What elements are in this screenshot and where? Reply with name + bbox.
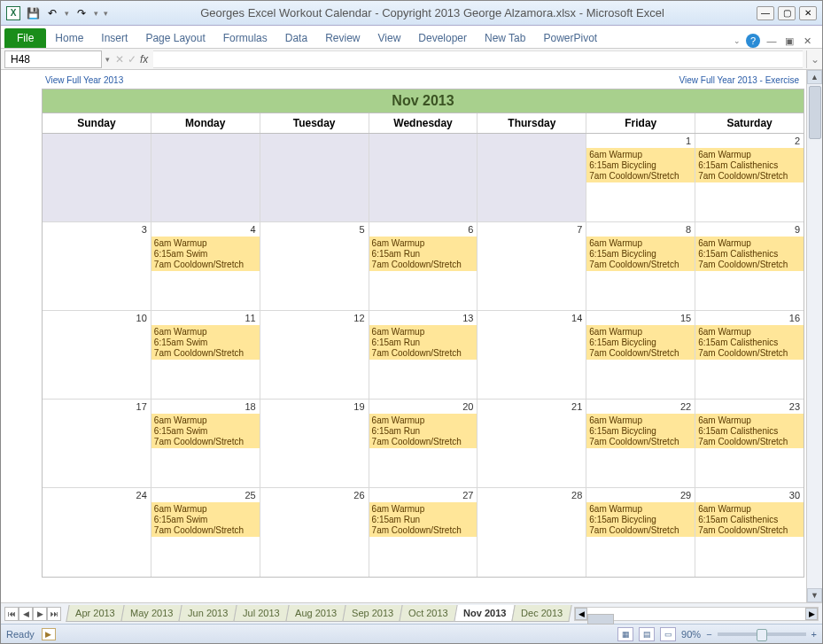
- calendar-cell[interactable]: 136am Warmup6:15am Run7am Cooldown/Stret…: [369, 311, 478, 399]
- calendar-cell-blank[interactable]: [369, 134, 478, 221]
- link-view-full-year-exercise[interactable]: View Full Year 2013 - Exercise: [679, 75, 799, 85]
- event-block[interactable]: 6am Warmup6:15am Bicycling7am Cooldown/S…: [586, 148, 695, 182]
- calendar-cell[interactable]: 186am Warmup6:15am Swim7am Cooldown/Stre…: [151, 400, 260, 487]
- ribbon-tab-new-tab[interactable]: New Tab: [476, 28, 534, 48]
- sheet-tab-aug-2013[interactable]: Aug 2013: [285, 605, 346, 622]
- calendar-cell-blank[interactable]: [43, 134, 151, 221]
- event-block[interactable]: 6am Warmup6:15am Run7am Cooldown/Stretch: [369, 237, 477, 271]
- sheet-tab-may-2013[interactable]: May 2013: [120, 605, 182, 622]
- view-page-break-icon[interactable]: ▭: [660, 627, 676, 641]
- calendar-cell[interactable]: 156am Warmup6:15am Bicycling7am Cooldown…: [586, 311, 695, 399]
- event-block[interactable]: 6am Warmup6:15am Swim7am Cooldown/Stretc…: [151, 237, 260, 271]
- calendar-cell[interactable]: 96am Warmup6:15am Calisthenics7am Cooldo…: [695, 222, 804, 310]
- event-block[interactable]: 6am Warmup6:15am Run7am Cooldown/Stretch: [369, 414, 477, 448]
- calendar-cell-blank[interactable]: [151, 134, 260, 221]
- close-button[interactable]: ✕: [799, 6, 817, 20]
- zoom-out-icon[interactable]: −: [706, 629, 711, 640]
- zoom-slider[interactable]: [718, 632, 806, 636]
- sheet-area[interactable]: View Full Year 2013 View Full Year 2013 …: [1, 70, 806, 602]
- event-block[interactable]: 6am Warmup6:15am Swim7am Cooldown/Stretc…: [151, 502, 260, 537]
- zoom-in-icon[interactable]: +: [811, 629, 817, 640]
- formula-bar-expand-icon[interactable]: ⌄: [806, 50, 822, 68]
- hscroll-thumb[interactable]: [587, 614, 614, 625]
- undo-more-icon[interactable]: ▾: [65, 9, 69, 18]
- ribbon-minimize-icon[interactable]: ⌄: [734, 36, 741, 45]
- ribbon-tab-insert[interactable]: Insert: [92, 28, 136, 48]
- calendar-cell-blank[interactable]: [260, 134, 369, 221]
- calendar-cell[interactable]: 26am Warmup6:15am Calisthenics7am Cooldo…: [695, 134, 804, 221]
- event-block[interactable]: 6am Warmup6:15am Swim7am Cooldown/Stretc…: [151, 414, 260, 448]
- calendar-cell[interactable]: 3: [43, 222, 151, 310]
- horizontal-scrollbar[interactable]: ◀ ▶: [574, 607, 819, 621]
- redo-more-icon[interactable]: ▾: [94, 9, 98, 18]
- event-block[interactable]: 6am Warmup6:15am Calisthenics7am Cooldow…: [695, 325, 804, 360]
- calendar-cell[interactable]: 296am Warmup6:15am Bicycling7am Cooldown…: [586, 488, 695, 577]
- calendar-cell[interactable]: 5: [260, 222, 369, 310]
- calendar-cell[interactable]: 166am Warmup6:15am Calisthenics7am Coold…: [695, 311, 804, 399]
- ribbon-tab-review[interactable]: Review: [316, 28, 369, 48]
- undo-icon[interactable]: ↶: [45, 6, 59, 20]
- event-block[interactable]: 6am Warmup6:15am Bicycling7am Cooldown/S…: [586, 325, 695, 360]
- fx-icon[interactable]: fx: [140, 53, 148, 66]
- tab-nav-next-icon[interactable]: ▶: [33, 607, 47, 621]
- calendar-cell[interactable]: 19: [260, 400, 369, 487]
- calendar-cell[interactable]: 12: [260, 311, 369, 399]
- sheet-tab-nov-2013[interactable]: Nov 2013: [454, 605, 516, 622]
- calendar-cell[interactable]: 206am Warmup6:15am Run7am Cooldown/Stret…: [369, 400, 478, 487]
- calendar-cell[interactable]: 116am Warmup6:15am Swim7am Cooldown/Stre…: [151, 311, 260, 399]
- calendar-cell[interactable]: 7: [477, 222, 586, 310]
- tab-nav-first-icon[interactable]: ⏮: [4, 607, 19, 621]
- maximize-button[interactable]: ▢: [778, 6, 796, 20]
- sheet-tab-apr-2013[interactable]: Apr 2013: [66, 605, 124, 622]
- help-icon[interactable]: ?: [746, 34, 760, 48]
- event-block[interactable]: 6am Warmup6:15am Run7am Cooldown/Stretch: [369, 325, 477, 360]
- scroll-thumb[interactable]: [809, 86, 821, 139]
- event-block[interactable]: 6am Warmup6:15am Calisthenics7am Cooldow…: [695, 148, 804, 182]
- calendar-cell[interactable]: 16am Warmup6:15am Bicycling7am Cooldown/…: [586, 134, 695, 221]
- formula-input[interactable]: [153, 50, 803, 68]
- tab-nav-last-icon[interactable]: ⏭: [47, 607, 61, 621]
- event-block[interactable]: 6am Warmup6:15am Swim7am Cooldown/Stretc…: [151, 325, 260, 360]
- calendar-cell[interactable]: 86am Warmup6:15am Bicycling7am Cooldown/…: [586, 222, 695, 310]
- calendar-cell[interactable]: 236am Warmup6:15am Calisthenics7am Coold…: [695, 400, 804, 487]
- calendar-cell[interactable]: 226am Warmup6:15am Bicycling7am Cooldown…: [586, 400, 695, 487]
- ribbon-tab-view[interactable]: View: [369, 28, 410, 48]
- calendar-cell[interactable]: 46am Warmup6:15am Swim7am Cooldown/Stret…: [151, 222, 260, 310]
- calendar-cell-blank[interactable]: [477, 134, 586, 221]
- sheet-tab-jul-2013[interactable]: Jul 2013: [234, 605, 290, 622]
- enter-formula-icon[interactable]: ✓: [128, 53, 136, 66]
- name-box[interactable]: H48: [4, 50, 102, 68]
- calendar-cell[interactable]: 17: [43, 400, 151, 487]
- calendar-cell[interactable]: 26: [260, 488, 369, 577]
- redo-icon[interactable]: ↷: [74, 6, 89, 20]
- ribbon-tab-formulas[interactable]: Formulas: [214, 28, 276, 48]
- event-block[interactable]: 6am Warmup6:15am Bicycling7am Cooldown/S…: [586, 414, 695, 448]
- save-icon[interactable]: 💾: [26, 6, 40, 20]
- event-block[interactable]: 6am Warmup6:15am Run7am Cooldown/Stretch: [369, 502, 477, 537]
- calendar-cell[interactable]: 14: [477, 311, 586, 399]
- ribbon-tab-powerpivot[interactable]: PowerPivot: [534, 28, 606, 48]
- cancel-formula-icon[interactable]: ✕: [115, 53, 124, 66]
- ribbon-tab-developer[interactable]: Developer: [409, 28, 476, 48]
- view-page-layout-icon[interactable]: ▤: [639, 627, 655, 641]
- scroll-down-icon[interactable]: ▼: [807, 588, 822, 602]
- calendar-cell[interactable]: 276am Warmup6:15am Run7am Cooldown/Stret…: [369, 488, 478, 577]
- sheet-tab-jun-2013[interactable]: Jun 2013: [178, 605, 237, 622]
- view-normal-icon[interactable]: ▦: [617, 627, 633, 641]
- calendar-cell[interactable]: 24: [43, 488, 151, 577]
- sheet-tab-dec-2013[interactable]: Dec 2013: [511, 605, 571, 622]
- event-block[interactable]: 6am Warmup6:15am Calisthenics7am Cooldow…: [695, 414, 804, 448]
- scroll-up-icon[interactable]: ▲: [807, 70, 822, 84]
- excel-icon[interactable]: X: [6, 6, 20, 20]
- doc-restore-icon[interactable]: ▣: [783, 35, 796, 47]
- event-block[interactable]: 6am Warmup6:15am Bicycling7am Cooldown/S…: [586, 502, 695, 537]
- calendar-cell[interactable]: 28: [477, 488, 586, 577]
- zoom-level[interactable]: 90%: [681, 629, 701, 640]
- macro-record-icon[interactable]: ▶: [42, 628, 56, 640]
- file-tab[interactable]: File: [4, 28, 46, 48]
- hscroll-left-icon[interactable]: ◀: [575, 608, 587, 620]
- minimize-button[interactable]: —: [757, 6, 774, 20]
- hscroll-right-icon[interactable]: ▶: [805, 608, 818, 620]
- ribbon-tab-data[interactable]: Data: [276, 28, 316, 48]
- sheet-tab-sep-2013[interactable]: Sep 2013: [342, 605, 402, 622]
